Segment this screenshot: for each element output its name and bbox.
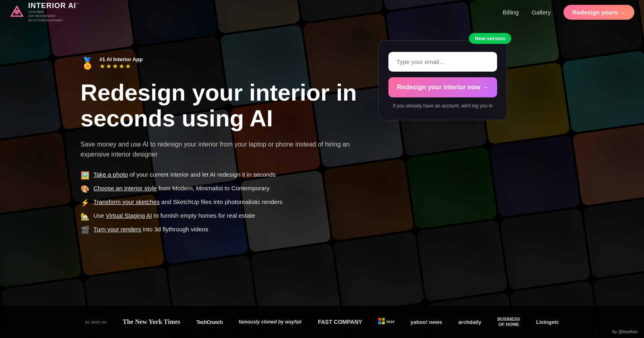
signin-note: If you already have an account, we'll lo… [388, 103, 497, 109]
header: INTERIOR AI™ 147K MRR 22K DESIGNS/MO 93 … [0, 0, 644, 24]
press-logo-fastcompany: FAST COMPANY [318, 319, 362, 325]
main-content: 🏅 #1 AI Interior App ★★★★★ Redesign your… [80, 32, 644, 290]
feature-item-3: ⚡ Transform your sketches and SketchUp f… [80, 198, 378, 207]
feature-link-5[interactable]: Turn your renders [93, 226, 141, 233]
right-column: New version Redesign your interior now →… [378, 40, 507, 120]
email-input[interactable] [388, 52, 497, 72]
award-title: #1 AI Interior App [99, 56, 142, 62]
hero-subtitle: Save money and use AI to redesign your i… [80, 139, 354, 160]
feature-item-2: 🎨 Choose an interior style from Modern, … [80, 185, 378, 194]
feature-link-1[interactable]: Take a photo [93, 171, 128, 178]
feature-item-4: 🏡 Use Virtual Staging AI to furnish empt… [80, 212, 378, 221]
gallery-link[interactable]: Gallery [532, 9, 551, 16]
feature-item-5: 🎬 Turn your renders into 3d flythrough v… [80, 226, 378, 235]
press-logo-businessofhome: BUSINESSOF HOME [497, 317, 520, 327]
feature-emoji-2: 🎨 [80, 185, 89, 194]
header-redesign-button[interactable]: Redesign yours → [564, 5, 634, 20]
logo-name: INTERIOR AI™ [28, 2, 80, 10]
svg-rect-3 [382, 318, 385, 321]
svg-rect-4 [378, 322, 381, 324]
hero-title: Redesign your interior in seconds using … [80, 80, 378, 131]
svg-rect-5 [382, 322, 385, 324]
press-logo-livingetc: Livingetc [536, 319, 559, 325]
laurel-left-icon: 🏅 [80, 57, 95, 70]
by-levelsio: by @levelsio [612, 329, 638, 334]
logo-icon [10, 5, 24, 19]
press-logo-yahoo: yahoo! news [411, 319, 442, 325]
feature-link-3[interactable]: Transform your sketches [93, 198, 160, 205]
feature-text-5: Turn your renders into 3d flythrough vid… [93, 226, 208, 233]
press-logo-nyt: The New York Times [123, 318, 180, 326]
feature-emoji-1: 🖼️ [80, 171, 89, 180]
msn-icon: msn [378, 318, 394, 325]
feature-link-4[interactable]: Virtual Staging AI [106, 212, 152, 219]
billing-link[interactable]: Billing [503, 9, 519, 16]
signup-card: Redesign your interior now → If you alre… [378, 40, 507, 120]
logo-area[interactable]: INTERIOR AI™ 147K MRR 22K DESIGNS/MO 93 … [10, 2, 80, 23]
logo-text-area: INTERIOR AI™ 147K MRR 22K DESIGNS/MO 93 … [28, 2, 80, 23]
svg-point-1 [14, 10, 19, 14]
press-logo-archdaily: archdaily [458, 319, 481, 325]
feature-link-2[interactable]: Choose an interior style [93, 185, 157, 192]
award-stars: ★★★★★ [99, 62, 142, 70]
logo-stats: 147K MRR 22K DESIGNS/MO 93 FLYTHROUGHS/M… [28, 10, 80, 23]
press-logo-msn: msn [378, 318, 394, 326]
svg-rect-2 [378, 318, 381, 321]
feature-emoji-4: 🏡 [80, 212, 89, 221]
press-as-seen-label: as seen on [85, 319, 107, 324]
feature-item-1: 🖼️ Take a photo of your current interior… [80, 171, 378, 180]
feature-text-4: Use Virtual Staging AI to furnish empty … [93, 212, 255, 219]
cta-button[interactable]: Redesign your interior now → [388, 77, 497, 97]
new-version-badge: New version [469, 33, 511, 44]
press-bar: as seen on The New York Times TechCrunch… [0, 306, 644, 338]
header-nav: Billing Gallery Redesign yours → [503, 5, 634, 20]
press-logo-wayfair: famously cloned by wayfair [239, 319, 302, 325]
feature-text-1: Take a photo of your current interior an… [93, 171, 276, 178]
feature-text-3: Transform your sketches and SketchUp fil… [93, 198, 283, 205]
svg-text:msn: msn [386, 319, 394, 324]
award-text-area: #1 AI Interior App ★★★★★ [99, 56, 142, 70]
award-badge: 🏅 #1 AI Interior App ★★★★★ [80, 56, 378, 70]
press-logo-techcrunch: TechCrunch [196, 319, 223, 325]
feature-emoji-3: ⚡ [80, 198, 89, 207]
feature-emoji-5: 🎬 [80, 226, 89, 235]
features-list: 🖼️ Take a photo of your current interior… [80, 171, 378, 235]
feature-text-2: Choose an interior style from Modern, Mi… [93, 185, 270, 192]
left-column: 🏅 #1 AI Interior App ★★★★★ Redesign your… [80, 32, 378, 235]
